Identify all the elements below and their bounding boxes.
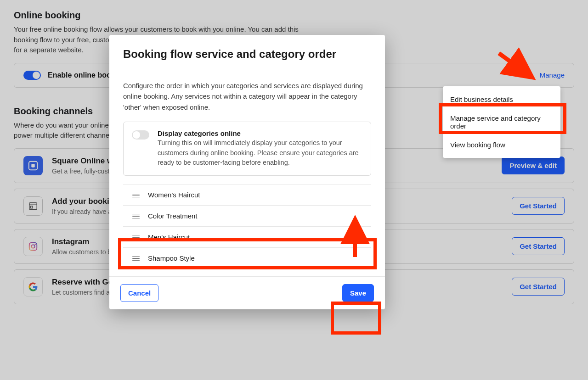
- svg-rect-5: [29, 242, 37, 250]
- service-name: Color Treatment: [148, 212, 198, 220]
- drag-handle-icon[interactable]: [132, 214, 140, 218]
- cancel-button[interactable]: Cancel: [120, 284, 158, 302]
- toggle-display-categories[interactable]: [132, 130, 149, 140]
- svg-point-7: [34, 244, 35, 245]
- google-icon: [23, 277, 43, 296]
- manage-link[interactable]: Manage: [540, 71, 565, 79]
- dropdown-item-view-booking-flow[interactable]: View booking flow: [443, 135, 560, 154]
- modal-title: Booking flow service and category order: [109, 35, 385, 70]
- channel-action-button[interactable]: Get Started: [512, 197, 565, 215]
- annotation-box-mens-haircut: [118, 238, 377, 269]
- widget-icon: [23, 196, 43, 216]
- annotation-box-save: [331, 302, 381, 335]
- square-logo-icon: [23, 156, 43, 175]
- service-name: Women's Haircut: [148, 191, 200, 199]
- service-row[interactable]: Color Treatment: [123, 205, 371, 226]
- save-button[interactable]: Save: [342, 284, 374, 302]
- svg-point-6: [31, 245, 34, 248]
- svg-rect-4: [31, 206, 33, 208]
- channel-action-button[interactable]: Preview & edit: [502, 156, 565, 174]
- drag-handle-icon[interactable]: [132, 193, 140, 197]
- annotation-arrow-manage: [496, 50, 537, 84]
- display-categories-card: Display categories online Turning this o…: [123, 122, 371, 176]
- svg-line-8: [499, 53, 529, 75]
- instagram-icon: [23, 237, 43, 256]
- annotation-box-dropdown-item: [439, 103, 566, 134]
- section-heading-online-booking: Online booking: [14, 10, 574, 21]
- svg-rect-1: [31, 164, 34, 167]
- toggle-enable-online-booking[interactable]: [23, 71, 41, 80]
- service-row[interactable]: Women's Haircut: [123, 184, 371, 205]
- display-categories-desc: Turning this on will immediately display…: [158, 138, 362, 168]
- channel-action-button[interactable]: Get Started: [512, 237, 565, 255]
- modal-description: Configure the order in which your catego…: [123, 80, 371, 112]
- annotation-arrow-up: [348, 216, 362, 261]
- channel-action-button[interactable]: Get Started: [512, 278, 565, 296]
- display-categories-title: Display categories online: [158, 129, 362, 137]
